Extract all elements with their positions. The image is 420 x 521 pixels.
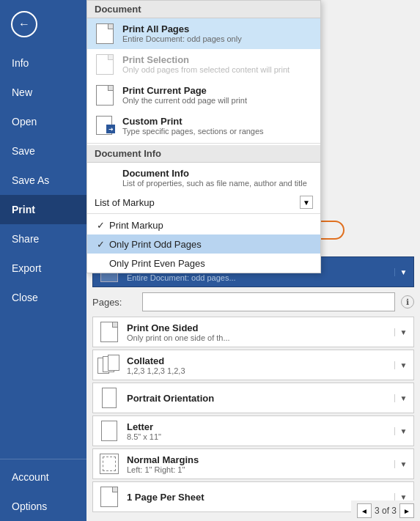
margins-title: Normal Margins <box>127 454 388 465</box>
custom-print-icon: ➜ <box>95 116 115 136</box>
pages-per-sheet-title: 1 Page Per Sheet <box>127 492 388 503</box>
sidebar-divider <box>0 459 86 459</box>
print-all-pages-icon <box>95 23 115 44</box>
print-all-pages-btn-desc: Entire Document: odd pages... <box>127 273 388 282</box>
letter-arrow: ▼ <box>394 427 409 435</box>
custom-print-title: Custom Print <box>122 116 313 127</box>
pages-per-sheet-arrow: ▼ <box>394 493 409 501</box>
only-even-label: Only Print Even Pages <box>109 258 205 269</box>
sidebar-item-account[interactable]: Account <box>0 462 86 492</box>
letter-title: Letter <box>127 421 388 432</box>
print-current-icon <box>95 85 115 106</box>
orientation-icon <box>97 386 121 410</box>
sidebar-item-new[interactable]: New <box>0 78 86 107</box>
dropdown-item-print-all-pages[interactable]: Print All Pages Entire Document: odd pag… <box>87 18 320 49</box>
dropdown-item-only-odd[interactable]: ✓ Only Print Odd Pages <box>87 234 320 254</box>
back-button[interactable]: ← <box>6 6 43 43</box>
list-markup-dropdown[interactable]: ▼ <box>300 196 313 209</box>
sidebar-item-print[interactable]: Print <box>0 195 86 224</box>
pages-row: Pages: ℹ <box>86 289 420 314</box>
back-circle-icon[interactable]: ← <box>11 11 37 37</box>
orientation-arrow: ▼ <box>394 394 409 402</box>
custom-print-desc: Type specific pages, sections or ranges <box>122 127 313 136</box>
main-content: Document Print All Pages Entire Document… <box>86 0 420 521</box>
print-markup-label: Print Markup <box>109 220 163 231</box>
one-sided-desc: Only print on one side of th... <box>127 333 388 342</box>
list-markup-label: List of Markup <box>95 197 295 208</box>
collated-desc: 1,2,3 1,2,3 1,2,3 <box>127 366 388 375</box>
only-odd-label: Only Print Odd Pages <box>109 239 202 250</box>
sidebar-item-save[interactable]: Save <box>0 136 86 166</box>
margins-btn[interactable]: Normal Margins Left: 1" Right: 1" ▼ <box>92 448 414 479</box>
print-current-desc: Only the current odd page will print <box>122 96 313 105</box>
info-icon[interactable]: ℹ <box>401 295 414 308</box>
collated-btn[interactable]: Collated 1,2,3 1,2,3 1,2,3 ▼ <box>92 350 414 380</box>
doc-info-desc: List of properties, such as file name, a… <box>122 179 313 188</box>
print-controls: Print All Pages Entire Document: odd pag… <box>86 256 420 521</box>
orientation-title: Portrait Orientation <box>127 393 388 404</box>
collated-icon <box>97 353 121 377</box>
pagination-row: ◄ 3 of 3 ► <box>351 500 420 521</box>
sidebar-item-info[interactable]: Info <box>0 48 86 78</box>
print-selection-title: Print Selection <box>122 54 313 65</box>
divider-1 <box>87 143 320 144</box>
letter-icon <box>97 419 121 443</box>
margins-desc: Left: 1" Right: 1" <box>127 465 388 474</box>
print-selection-icon <box>95 54 115 75</box>
collated-arrow: ▼ <box>394 361 409 369</box>
sidebar-bottom: Account Options <box>0 456 86 521</box>
page-next-btn[interactable]: ► <box>399 503 414 518</box>
pages-label: Pages: <box>92 297 136 308</box>
dropdown-item-doc-info[interactable]: Document Info List of properties, such a… <box>87 163 320 193</box>
sidebar-item-export[interactable]: Export <box>0 254 86 283</box>
sidebar-item-options[interactable]: Options <box>0 492 86 521</box>
sidebar-item-open[interactable]: Open <box>0 107 86 136</box>
print-markup-check: ✓ <box>95 219 106 231</box>
section-document-info: Document Info <box>87 145 320 163</box>
print-all-pages-btn-arrow: ▼ <box>394 268 409 276</box>
one-sided-title: Print One Sided <box>127 322 388 333</box>
section-document: Document <box>87 1 320 18</box>
sidebar-item-close[interactable]: Close <box>0 283 86 312</box>
only-odd-check: ✓ <box>95 238 106 250</box>
margins-icon <box>97 452 121 476</box>
collated-title: Collated <box>127 355 388 366</box>
only-even-check <box>95 257 106 269</box>
page-current: 3 of 3 <box>375 506 397 516</box>
divider-2 <box>87 213 320 214</box>
letter-desc: 8.5" x 11" <box>127 432 388 441</box>
print-all-pages-desc: Entire Document: odd pages only <box>122 34 313 43</box>
dropdown-item-print-markup[interactable]: ✓ Print Markup <box>87 215 320 234</box>
sidebar-item-save-as[interactable]: Save As <box>0 166 86 195</box>
margins-arrow: ▼ <box>394 460 409 468</box>
print-selection-desc: Only odd pages from selected content wil… <box>122 65 313 74</box>
one-sided-btn[interactable]: Print One Sided Only print on one side o… <box>92 317 414 347</box>
letter-btn[interactable]: Letter 8.5" x 11" ▼ <box>92 415 414 446</box>
orientation-btn[interactable]: Portrait Orientation ▼ <box>92 383 414 413</box>
dropdown-item-only-even[interactable]: Only Print Even Pages <box>87 254 320 273</box>
dropdown-panel: Document Print All Pages Entire Document… <box>86 0 321 273</box>
one-sided-arrow: ▼ <box>394 328 409 336</box>
sidebar: ← Info New Open Save Save As Print Share… <box>0 0 86 521</box>
dropdown-item-custom-print[interactable]: ➜ Custom Print Type specific pages, sect… <box>87 111 320 141</box>
dropdown-item-print-selection: Print Selection Only odd pages from sele… <box>87 49 320 80</box>
page-prev-btn[interactable]: ◄ <box>357 503 372 518</box>
one-sided-icon <box>97 320 121 344</box>
dropdown-item-print-current[interactable]: Print Current Page Only the current odd … <box>87 80 320 111</box>
pages-input[interactable] <box>142 292 395 311</box>
sidebar-item-share[interactable]: Share <box>0 224 86 254</box>
print-current-title: Print Current Page <box>122 85 313 96</box>
print-all-pages-title: Print All Pages <box>122 23 313 34</box>
pages-per-sheet-icon <box>97 485 121 509</box>
doc-info-title: Document Info <box>122 168 313 179</box>
